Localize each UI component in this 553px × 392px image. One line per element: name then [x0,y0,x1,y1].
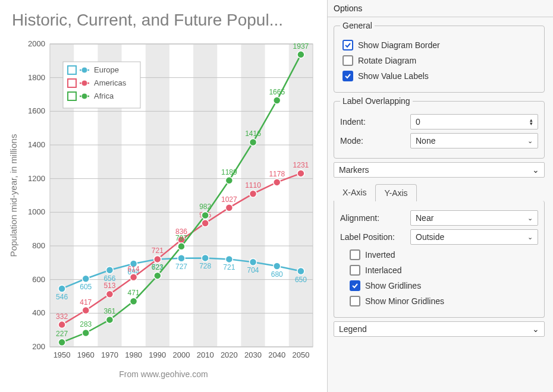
svg-text:600: 600 [32,275,45,284]
svg-text:2010: 2010 [197,350,214,359]
svg-text:227: 227 [56,330,68,338]
svg-text:727: 727 [175,263,187,271]
axis-options: Alignment: Near ⌄ Label Position: Outsid… [334,201,545,318]
show-minor-gridlines-checkbox[interactable]: Show Minor Gridlines [350,296,538,306]
line-chart: 2004006008001000120014001600180020001950… [6,32,321,371]
svg-rect-3 [146,44,169,347]
mode-label: Mode: [340,136,406,146]
chart-credit: From www.geohive.com [6,369,321,379]
svg-text:Africa: Africa [94,91,114,100]
svg-text:800: 800 [32,241,45,250]
svg-text:Population mid-year, in millio: Population mid-year, in millions [8,134,18,257]
svg-text:2040: 2040 [268,350,285,359]
svg-text:2000: 2000 [173,350,190,359]
svg-text:623: 623 [152,263,164,271]
svg-text:1416: 1416 [245,129,261,138]
svg-text:361: 361 [103,307,115,315]
svg-point-91 [154,272,161,279]
chart-pane: Historic, Current, and Future Popul... 2… [0,0,327,392]
svg-text:605: 605 [80,283,92,291]
svg-point-59 [297,268,304,275]
svg-text:721: 721 [223,263,235,271]
rotate-diagram-checkbox[interactable]: Rotate Diagram [343,55,538,66]
svg-point-43 [106,267,113,274]
markers-section-header[interactable]: Markers ⌄ [334,162,545,178]
svg-text:471: 471 [128,289,140,297]
general-group: General Show Diagram Border Rotate Diagr… [334,21,545,93]
svg-point-112 [81,80,87,86]
svg-point-73 [202,220,209,227]
svg-point-75 [225,204,232,211]
svg-point-53 [225,255,232,263]
svg-text:283: 283 [80,320,92,328]
svg-text:1400: 1400 [28,140,45,149]
chevron-down-icon: ⌄ [527,233,533,241]
tab-x-axis[interactable]: X-Axis [334,184,375,201]
svg-point-77 [250,190,257,197]
checkbox-icon [343,55,353,66]
svg-point-99 [250,138,257,146]
svg-text:1110: 1110 [245,181,261,189]
svg-point-87 [106,316,113,323]
svg-text:417: 417 [80,298,92,306]
svg-text:1970: 1970 [101,350,118,359]
alignment-select[interactable]: Near ⌄ [410,210,538,226]
svg-text:1189: 1189 [221,168,237,176]
label-overlapping-group: Label Overlapping Indent: 0 ▴▾ Mode: Non… [334,96,545,159]
legend-section-header[interactable]: Legend ⌄ [334,321,545,337]
svg-text:1980: 1980 [125,350,142,359]
svg-point-83 [58,339,65,346]
svg-point-101 [274,97,281,104]
svg-text:1937: 1937 [293,42,309,50]
checkbox-icon [350,265,360,276]
show-diagram-border-checkbox[interactable]: Show Diagram Border [343,40,538,50]
indent-spinner[interactable]: 0 ▴▾ [410,114,538,129]
svg-text:1231: 1231 [293,161,309,169]
interlaced-checkbox[interactable]: Interlaced [350,265,538,276]
svg-text:680: 680 [271,270,283,279]
options-scroll[interactable]: General Show Diagram Border Rotate Diagr… [328,17,553,392]
show-value-labels-checkbox[interactable]: Show Value Labels [343,71,538,81]
svg-point-57 [274,263,281,270]
svg-text:2030: 2030 [244,350,262,359]
svg-point-95 [202,211,209,219]
svg-text:1665: 1665 [269,88,285,96]
svg-text:332: 332 [56,312,68,321]
svg-point-116 [81,93,87,99]
checkbox-icon [343,71,353,81]
svg-text:1600: 1600 [28,106,45,115]
svg-point-51 [202,254,209,261]
svg-text:2020: 2020 [221,350,238,359]
svg-point-67 [130,274,137,281]
checkbox-icon [350,249,360,260]
options-header: Options [328,0,553,17]
svg-text:650: 650 [295,276,307,284]
svg-rect-6 [289,44,313,347]
mode-select[interactable]: None ⌄ [410,133,538,148]
svg-text:Americas: Americas [94,78,127,87]
chevron-down-icon: ⌄ [527,137,533,145]
show-gridlines-checkbox[interactable]: Show Gridlines [350,280,538,291]
checkbox-icon [343,40,353,50]
svg-text:1200: 1200 [28,174,45,183]
tab-y-axis[interactable]: Y-Axis [375,184,416,201]
svg-text:721: 721 [152,246,164,255]
svg-point-63 [82,307,89,314]
svg-point-79 [274,179,281,186]
inverted-checkbox[interactable]: Inverted [350,249,538,260]
svg-text:513: 513 [103,282,115,290]
svg-point-103 [297,51,304,58]
label-position-select[interactable]: Outside ⌄ [410,229,538,245]
svg-text:728: 728 [199,262,211,270]
svg-text:1990: 1990 [149,350,166,359]
chevron-down-icon: ⌄ [527,214,533,222]
axis-tabs: X-Axis Y-Axis [334,184,545,201]
svg-text:614: 614 [128,265,140,273]
svg-text:1178: 1178 [269,170,285,178]
checkbox-icon [350,280,360,291]
svg-text:982: 982 [199,203,211,211]
chart-title: Historic, Current, and Future Popul... [12,11,321,30]
svg-text:1027: 1027 [221,195,237,204]
svg-text:1800: 1800 [28,73,45,82]
svg-text:704: 704 [247,266,259,274]
